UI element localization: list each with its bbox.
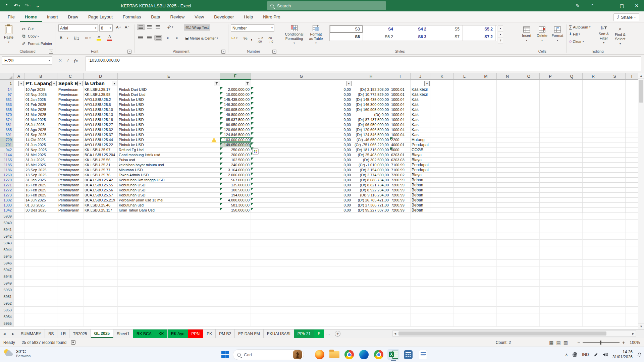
cell-R1186[interactable] xyxy=(583,168,604,173)
cell-L1271[interactable] xyxy=(454,183,475,188)
cell-J5946[interactable] xyxy=(411,260,430,266)
row-header-661[interactable]: 661 xyxy=(0,97,13,102)
cell-H5948[interactable] xyxy=(352,273,390,280)
cell-G1303[interactable]: 0,00 xyxy=(251,203,352,208)
cell-C1186[interactable]: Pembayaran xyxy=(57,168,84,173)
cell-I5947[interactable] xyxy=(390,266,411,273)
row-header-1271[interactable]: 1271 xyxy=(0,183,13,188)
cell-O5949[interactable] xyxy=(518,280,540,287)
taskbar-search-box[interactable]: Cari xyxy=(233,349,304,360)
cell-G14[interactable]: 0,00 xyxy=(251,87,352,92)
column-header-S[interactable]: S xyxy=(604,73,626,80)
cell-F5945[interactable] xyxy=(220,253,251,260)
cell-O5940[interactable] xyxy=(518,220,540,226)
increase-decimal-button[interactable]: ←.0.00 xyxy=(256,36,265,44)
cell-L5954[interactable] xyxy=(454,313,475,320)
cell-S5942[interactable] xyxy=(604,233,626,240)
sheet-tab-summary[interactable]: SUMMARY xyxy=(17,329,45,338)
cell-Q5943[interactable] xyxy=(561,240,583,246)
cell-I1270[interactable]: 7200.99 xyxy=(390,178,411,183)
alignment-dialog-launcher[interactable]: ↘ xyxy=(221,50,225,54)
cell-R1273[interactable] xyxy=(583,193,604,198)
cell-P1260[interactable] xyxy=(540,173,561,178)
vertical-scrollbar[interactable]: ▲ ▼ xyxy=(638,73,644,329)
cell-B5939[interactable] xyxy=(24,213,57,220)
cell-K5942[interactable] xyxy=(430,233,454,240)
cell-H1303[interactable]: (Dr) 27.366.721,00 xyxy=(352,203,390,208)
cell-O5943[interactable] xyxy=(518,240,540,246)
cell-L5943[interactable] xyxy=(454,240,475,246)
taskbar-notes-button[interactable] xyxy=(417,349,429,360)
cell-S665[interactable] xyxy=(604,107,626,112)
cell-R665[interactable] xyxy=(583,107,604,112)
cell-M791[interactable] xyxy=(475,142,497,147)
fill-button[interactable]: ⬇Fill▾ xyxy=(568,31,581,37)
cell-T1260[interactable] xyxy=(626,173,638,178)
cell-E5954[interactable] xyxy=(118,313,220,320)
cell-K1342[interactable] xyxy=(430,208,454,213)
cell-M5941[interactable] xyxy=(475,226,497,233)
cell-B791[interactable]: 01 Jun 2025 xyxy=(24,142,57,147)
cell-E674[interactable]: Pinbuk ke USD xyxy=(118,117,220,122)
cell-O1271[interactable] xyxy=(518,183,540,188)
cell-S661[interactable] xyxy=(604,97,626,102)
cell-K14[interactable] xyxy=(430,87,454,92)
cell-N665[interactable] xyxy=(497,107,518,112)
cell-O5945[interactable] xyxy=(518,253,540,260)
row-header-5944[interactable]: 5944 xyxy=(0,246,13,253)
cell-A1270[interactable] xyxy=(13,178,24,183)
cell-K942[interactable] xyxy=(430,147,454,153)
cell-K5950[interactable] xyxy=(430,287,454,293)
top-align-button[interactable] xyxy=(137,24,145,30)
cell-G5953[interactable] xyxy=(251,307,352,313)
cell-N1342[interactable] xyxy=(497,208,518,213)
cell-K5953[interactable] xyxy=(430,307,454,313)
cell-T5955[interactable] xyxy=(626,320,638,327)
cell-L681[interactable] xyxy=(454,122,475,127)
cell-T661[interactable] xyxy=(626,97,638,102)
cell-H791[interactable]: (Cr) -751.066.220,00 xyxy=(352,142,390,147)
cell-R1144[interactable] xyxy=(583,153,604,158)
cell-T97[interactable] xyxy=(626,92,638,97)
cell-I1342[interactable]: 7200.99 xyxy=(390,208,411,213)
cell-P5941[interactable] xyxy=(540,226,561,233)
percent-style-button[interactable]: % xyxy=(242,35,249,42)
cell-S5946[interactable] xyxy=(604,260,626,266)
cell-G670[interactable]: 0,00 xyxy=(251,112,352,117)
cell-E1342[interactable]: Iuran Tahun Baru Usd xyxy=(118,208,220,213)
no-internet-globe-icon[interactable] xyxy=(572,352,578,357)
cell-D5952[interactable] xyxy=(84,300,118,307)
cell-F665[interactable]: 160.905.000,00 xyxy=(220,107,251,112)
cell-L5952[interactable] xyxy=(454,300,475,307)
cell-G1260[interactable]: 0,00 xyxy=(251,173,352,178)
row-header-1260[interactable]: 1260 xyxy=(0,173,13,178)
cell-C5951[interactable] xyxy=(57,293,84,300)
scroll-left-icon[interactable]: ◀ xyxy=(393,332,397,335)
cell-H1302[interactable]: (Dr) 26.785.421,00 xyxy=(352,198,390,203)
row-header-5943[interactable]: 5943 xyxy=(0,240,13,246)
cell-R5952[interactable] xyxy=(583,300,604,307)
middle-align-button[interactable] xyxy=(146,24,153,29)
taskbar-firefox-button[interactable] xyxy=(314,349,326,360)
cell-K5939[interactable] xyxy=(430,213,454,220)
cell-N5947[interactable] xyxy=(497,266,518,273)
cell-F5941[interactable] xyxy=(220,226,251,233)
cell-A5955[interactable] xyxy=(13,320,24,327)
header-cell-I[interactable] xyxy=(390,80,411,87)
ribbon-tab-developer[interactable]: Developer xyxy=(209,12,239,22)
cell-I791[interactable]: 4000.01 xyxy=(390,142,411,147)
cell-S791[interactable] xyxy=(604,142,626,147)
cell-D1342[interactable]: KK.LSBU.25.117 xyxy=(84,208,118,213)
normal-view-icon[interactable]: ▦ xyxy=(549,340,553,345)
undo-icon[interactable]: ↶▾ xyxy=(14,3,20,9)
ink-pen-icon[interactable]: ✎ xyxy=(570,0,585,11)
cell-E691[interactable]: Pinbuk ke USD xyxy=(118,132,220,137)
cell-M1271[interactable] xyxy=(475,183,497,188)
cell-A1260[interactable] xyxy=(13,173,24,178)
cell-B674[interactable]: 01 Mei 2025 xyxy=(24,117,57,122)
cell-T5945[interactable] xyxy=(626,253,638,260)
ribbon-tab-help[interactable]: Help xyxy=(239,12,258,22)
cell-H5947[interactable] xyxy=(352,266,390,273)
cell-O942[interactable] xyxy=(518,147,540,153)
cell-O5946[interactable] xyxy=(518,260,540,266)
